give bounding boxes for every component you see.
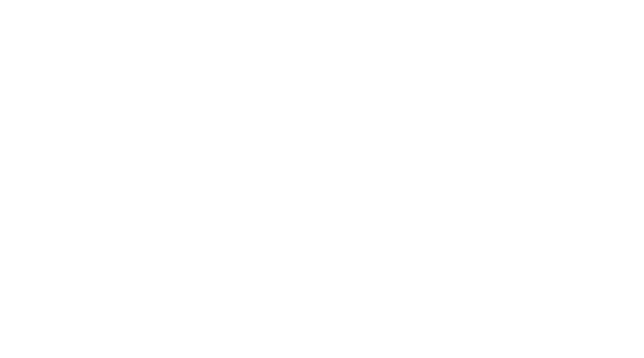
connector-lines [0, 0, 644, 358]
filesystem-diagram [0, 0, 644, 358]
